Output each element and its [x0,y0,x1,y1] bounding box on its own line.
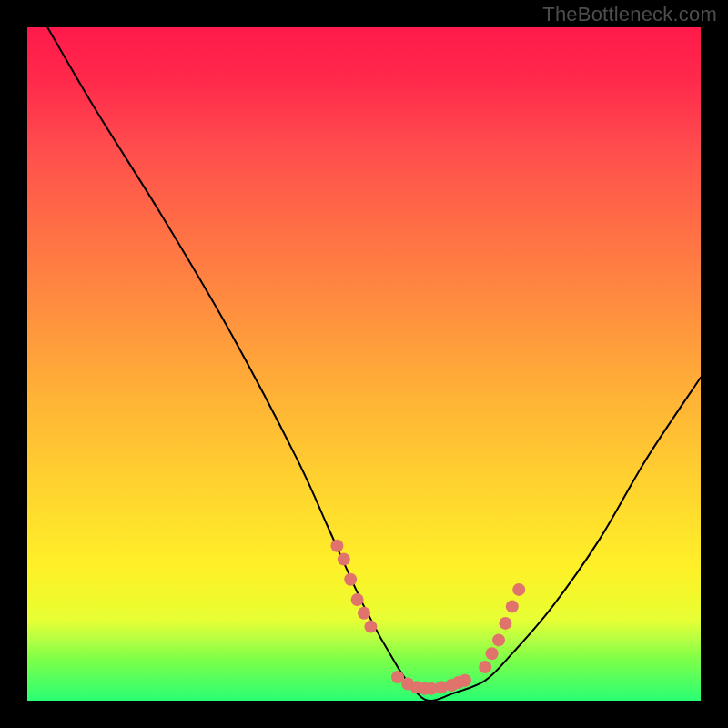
highlight-dot [492,633,505,646]
highlight-dot [499,617,511,630]
chart-svg [27,27,701,701]
bottleneck-curve [47,27,701,701]
highlight-dot [512,583,525,596]
highlight-dot [358,607,370,620]
highlight-dot [486,647,499,660]
highlight-dot [344,573,357,586]
highlight-dot [506,600,519,612]
plot-area [27,27,701,701]
highlight-dot [364,621,377,633]
highlight-dot [479,661,491,673]
watermark-text: TheBottleneck.com [542,3,717,26]
highlight-dot [330,540,343,552]
highlight-dot [459,674,471,687]
chart-frame: TheBottleneck.com [0,0,728,728]
highlight-dot [351,593,364,606]
highlight-dot [338,553,350,566]
